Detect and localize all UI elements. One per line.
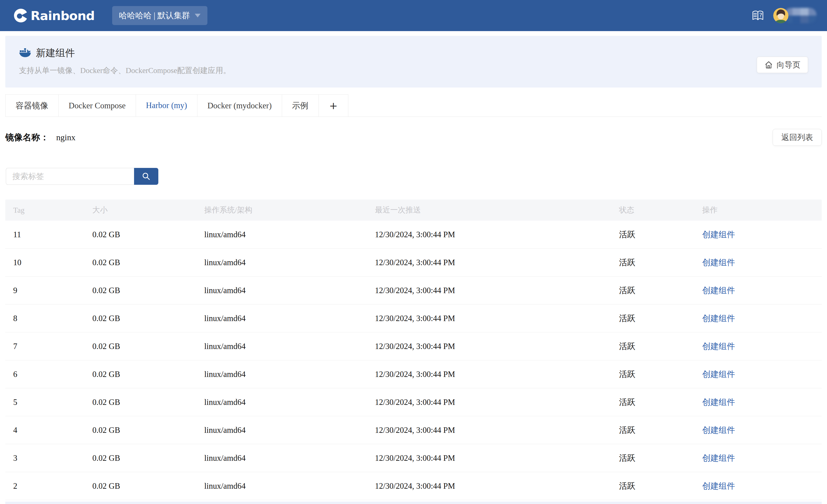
- cell-size: 0.02 GB: [85, 397, 196, 407]
- create-component-link[interactable]: 创建组件: [702, 258, 735, 267]
- create-component-link[interactable]: 创建组件: [702, 370, 735, 379]
- registry-tab-label: 容器镜像: [15, 100, 48, 111]
- col-header-tag: Tag: [5, 206, 85, 215]
- cluster-selector-dropdown[interactable]: 哈哈哈哈 | 默认集群: [112, 6, 208, 25]
- cell-last-push: 12/30/2024, 3:00:44 PM: [367, 314, 611, 323]
- banner-text: 新建组件 支持从单一镜像、Docker命令、DockerCompose配置创建应…: [19, 46, 231, 76]
- status-text: 活跃: [611, 453, 694, 464]
- registry-tab[interactable]: Docker (mydocker): [197, 94, 282, 116]
- col-header-action: 操作: [694, 205, 822, 215]
- tag-search-input[interactable]: [6, 168, 134, 185]
- cell-last-push: 12/30/2024, 3:00:44 PM: [367, 397, 611, 407]
- cell-last-push: 12/30/2024, 3:00:44 PM: [367, 286, 611, 295]
- page-subtitle: 支持从单一镜像、Docker命令、DockerCompose配置创建应用。: [19, 65, 231, 76]
- cell-last-push: 12/30/2024, 3:00:44 PM: [367, 258, 611, 267]
- tag-table-body: 11 0.02 GB linux/amd64 12/30/2024, 3:00:…: [5, 221, 822, 500]
- table-row: 8 0.02 GB linux/amd64 12/30/2024, 3:00:4…: [5, 304, 822, 332]
- registry-tab-label: +: [329, 100, 338, 112]
- cell-last-push: 12/30/2024, 3:00:44 PM: [367, 426, 611, 435]
- cluster-selector-label: 哈哈哈哈 | 默认集群: [119, 10, 190, 21]
- create-component-link[interactable]: 创建组件: [702, 314, 735, 323]
- cell-os-arch: linux/amd64: [196, 426, 367, 435]
- table-row: 10 0.02 GB linux/amd64 12/30/2024, 3:00:…: [5, 248, 822, 277]
- page-title: 新建组件: [36, 46, 75, 60]
- cell-last-push: 12/30/2024, 3:00:44 PM: [367, 342, 611, 351]
- cell-tag: 9: [5, 286, 85, 295]
- cell-os-arch: linux/amd64: [196, 481, 367, 491]
- cell-tag: 10: [5, 258, 85, 267]
- registry-tab-label: Harbor (my): [146, 101, 187, 110]
- cell-os-arch: linux/amd64: [196, 342, 367, 351]
- back-to-list-button[interactable]: 返回列表: [773, 129, 822, 146]
- search-icon: [141, 172, 151, 181]
- cell-tag: 7: [5, 342, 85, 351]
- rainbond-logo-icon: [14, 8, 28, 23]
- create-component-link[interactable]: 创建组件: [702, 286, 735, 295]
- status-text: 活跃: [611, 397, 694, 408]
- status-text: 活跃: [611, 369, 694, 380]
- home-icon: [765, 61, 773, 69]
- create-component-link[interactable]: 创建组件: [702, 453, 735, 463]
- registry-tab[interactable]: Harbor (my): [136, 94, 197, 116]
- cell-size: 0.02 GB: [85, 314, 196, 323]
- cell-os-arch: linux/amd64: [196, 314, 367, 323]
- cell-size: 0.02 GB: [85, 286, 196, 295]
- col-header-size: 大小: [85, 205, 196, 215]
- registry-tab[interactable]: 容器镜像: [5, 94, 58, 116]
- cell-size: 0.02 GB: [85, 426, 196, 435]
- create-component-link[interactable]: 创建组件: [702, 230, 735, 239]
- image-name-group: 镜像名称： nginx: [5, 131, 76, 144]
- banner-title-row: 新建组件: [19, 46, 231, 60]
- image-name-value: nginx: [56, 132, 76, 142]
- cell-os-arch: linux/amd64: [196, 397, 367, 407]
- col-header-os-arch: 操作系统/架构: [196, 205, 367, 215]
- status-text: 活跃: [611, 257, 694, 268]
- registry-tab[interactable]: Docker Compose: [58, 94, 136, 116]
- status-text: 活跃: [611, 481, 694, 492]
- search-button[interactable]: [134, 168, 158, 185]
- navbar-left: Rainbond 哈哈哈哈 | 默认集群: [14, 6, 207, 25]
- create-component-link[interactable]: 创建组件: [702, 481, 735, 491]
- registry-tabbar: 容器镜像 Docker Compose Harbor (my) Docker (…: [5, 94, 822, 117]
- bottom-partial-section: [5, 502, 822, 504]
- table-row: 4 0.02 GB linux/amd64 12/30/2024, 3:00:4…: [5, 416, 822, 444]
- cell-last-push: 12/30/2024, 3:00:44 PM: [367, 453, 611, 463]
- top-navbar: Rainbond 哈哈哈哈 | 默认集群 ?: [0, 0, 827, 31]
- registry-tab[interactable]: +: [319, 94, 349, 116]
- cell-tag: 11: [5, 230, 85, 239]
- cell-size: 0.02 GB: [85, 453, 196, 463]
- wizard-page-button[interactable]: 向导页: [757, 57, 808, 73]
- status-text: 活跃: [611, 341, 694, 352]
- cell-os-arch: linux/amd64: [196, 370, 367, 379]
- cell-last-push: 12/30/2024, 3:00:44 PM: [367, 230, 611, 239]
- svg-text:?: ?: [759, 12, 762, 18]
- registry-tab-label: Docker Compose: [68, 101, 126, 110]
- tag-search-bar: [6, 168, 827, 185]
- image-name-row: 镜像名称： nginx 返回列表: [5, 129, 822, 146]
- cell-tag: 6: [5, 370, 85, 379]
- cell-tag: 8: [5, 314, 85, 323]
- avatar[interactable]: [773, 8, 788, 23]
- cell-tag: 5: [5, 397, 85, 407]
- col-header-last-push: 最近一次推送: [367, 205, 611, 215]
- cell-size: 0.02 GB: [85, 342, 196, 351]
- table-row: 6 0.02 GB linux/amd64 12/30/2024, 3:00:4…: [5, 360, 822, 388]
- table-row: 11 0.02 GB linux/amd64 12/30/2024, 3:00:…: [5, 221, 822, 248]
- create-component-link[interactable]: 创建组件: [702, 397, 735, 407]
- docs-help-icon[interactable]: ?: [751, 10, 764, 21]
- table-row: 2 0.02 GB linux/amd64 12/30/2024, 3:00:4…: [5, 472, 822, 500]
- tag-table: Tag 大小 操作系统/架构 最近一次推送 状态 操作 11 0.02 GB l…: [5, 200, 822, 500]
- cell-size: 0.02 GB: [85, 481, 196, 491]
- rainbond-logo[interactable]: Rainbond: [14, 8, 95, 23]
- cell-tag: 2: [5, 481, 85, 491]
- cell-os-arch: linux/amd64: [196, 258, 367, 267]
- cell-size: 0.02 GB: [85, 258, 196, 267]
- new-component-banner: 新建组件 支持从单一镜像、Docker命令、DockerCompose配置创建应…: [5, 36, 822, 88]
- create-component-link[interactable]: 创建组件: [702, 342, 735, 351]
- create-component-link[interactable]: 创建组件: [702, 426, 735, 435]
- username-redacted: [784, 8, 817, 23]
- status-text: 活跃: [611, 285, 694, 296]
- cell-tag: 3: [5, 453, 85, 463]
- registry-tab[interactable]: 示例: [282, 94, 319, 116]
- cell-size: 0.02 GB: [85, 370, 196, 379]
